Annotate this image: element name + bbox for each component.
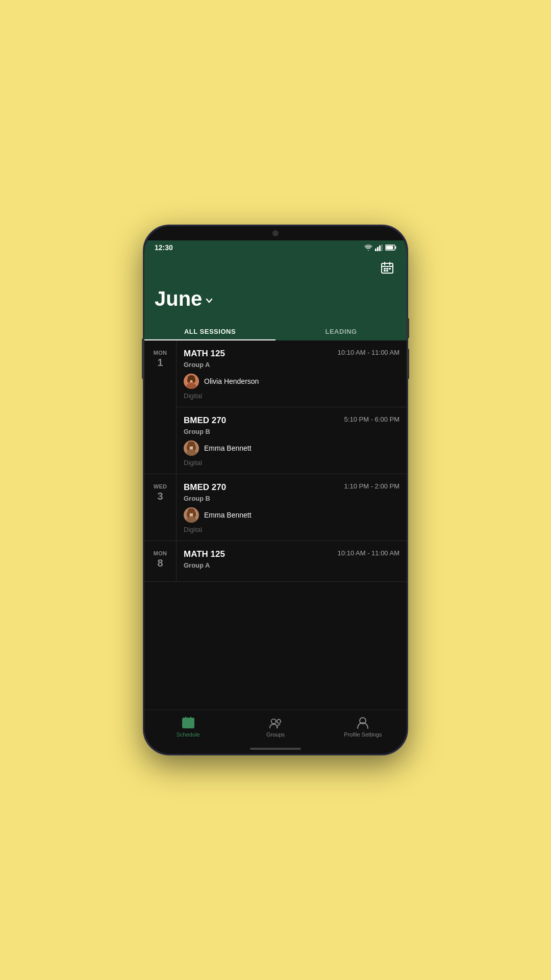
svg-point-26 xyxy=(187,445,190,451)
schedule-nav-icon xyxy=(182,716,195,729)
tab-all-sessions[interactable]: ALL SESSIONS xyxy=(144,321,276,340)
day-group-mon-1: MON 1 MATH 125 10:10 AM - 11:00 AM Group… xyxy=(144,340,407,474)
day-num: 1 xyxy=(157,357,163,369)
session-group: Group B xyxy=(184,428,399,435)
session-tutor: Olivia Henderson xyxy=(184,374,399,389)
groups-nav-label: Groups xyxy=(266,731,285,738)
phone-screen: 12:30 xyxy=(144,226,407,754)
status-icons xyxy=(364,244,396,251)
svg-point-28 xyxy=(188,442,194,445)
session-math125-2[interactable]: MATH 125 10:10 AM - 11:00 AM Group A xyxy=(177,541,407,581)
svg-rect-15 xyxy=(386,270,388,272)
groups-icon xyxy=(269,717,282,728)
svg-point-27 xyxy=(193,445,196,451)
header-top xyxy=(155,259,396,277)
home-indicator xyxy=(250,748,301,750)
svg-rect-41 xyxy=(187,722,189,724)
session-group: Group A xyxy=(184,361,399,369)
svg-point-35 xyxy=(188,508,194,511)
calendar-button[interactable] xyxy=(378,259,396,277)
svg-rect-40 xyxy=(184,722,186,724)
svg-point-21 xyxy=(192,378,195,383)
day-label-mon-8: MON 8 xyxy=(144,541,176,581)
day-sessions-mon-8: MATH 125 10:10 AM - 11:00 AM Group A xyxy=(176,541,407,581)
avatar-emma2-icon xyxy=(184,507,199,523)
calendar-icon xyxy=(381,261,394,275)
session-header: MATH 125 10:10 AM - 11:00 AM xyxy=(184,549,399,559)
svg-rect-11 xyxy=(384,268,386,270)
groups-nav-icon xyxy=(269,716,282,729)
day-num: 8 xyxy=(157,557,163,569)
nav-profile[interactable]: Profile Settings xyxy=(319,714,407,740)
session-type: Digital xyxy=(184,392,399,400)
avatar-image xyxy=(184,507,199,523)
svg-point-45 xyxy=(271,719,276,724)
session-group: Group B xyxy=(184,495,399,502)
course-name: BMED 270 xyxy=(184,415,226,426)
svg-point-34 xyxy=(193,511,196,518)
avatar-image xyxy=(184,374,199,389)
session-tutor: Emma Bennett xyxy=(184,507,399,523)
tutor-avatar-emma xyxy=(184,440,199,456)
session-type: Digital xyxy=(184,526,399,533)
day-name: MON xyxy=(154,350,167,356)
svg-rect-12 xyxy=(386,268,388,270)
tutor-avatar-emma2 xyxy=(184,507,199,523)
day-label-mon-1: MON 1 xyxy=(144,340,176,474)
profile-icon xyxy=(357,717,368,729)
bottom-navigation: Schedule Groups xyxy=(144,709,407,748)
tutor-avatar-olivia xyxy=(184,374,199,389)
svg-rect-5 xyxy=(395,247,396,249)
status-time: 12:30 xyxy=(155,243,173,252)
signal-icon xyxy=(375,244,383,251)
profile-nav-icon xyxy=(356,716,369,729)
svg-rect-43 xyxy=(184,725,186,726)
session-type: Digital xyxy=(184,459,399,467)
tab-leading[interactable]: LEADING xyxy=(276,321,407,340)
session-header: BMED 270 5:10 PM - 6:00 PM xyxy=(184,415,399,426)
course-name: MATH 125 xyxy=(184,549,225,559)
wifi-icon xyxy=(364,244,372,251)
avatar-olivia-icon xyxy=(184,374,199,389)
session-math125-1[interactable]: MATH 125 10:10 AM - 11:00 AM Group A xyxy=(177,340,407,407)
tutor-name: Olivia Henderson xyxy=(204,377,259,385)
front-camera xyxy=(272,230,279,236)
phone-frame: 12:30 xyxy=(143,225,408,755)
month-title[interactable]: June xyxy=(155,287,396,310)
session-header: BMED 270 1:10 PM - 2:00 PM xyxy=(184,482,399,493)
session-group: Group A xyxy=(184,561,399,569)
svg-rect-3 xyxy=(381,244,383,251)
svg-rect-14 xyxy=(384,270,386,272)
session-bmed270-1[interactable]: BMED 270 5:10 PM - 6:00 PM Group B xyxy=(177,407,407,474)
session-header: MATH 125 10:10 AM - 11:00 AM xyxy=(184,349,399,359)
session-time: 5:10 PM - 6:00 PM xyxy=(344,415,399,423)
tutor-name: Emma Bennett xyxy=(204,444,252,452)
svg-rect-13 xyxy=(389,268,391,270)
svg-point-20 xyxy=(187,378,190,383)
day-label-wed-3: WED 3 xyxy=(144,474,176,541)
dropdown-arrow-icon xyxy=(205,297,213,305)
battery-icon xyxy=(385,244,396,251)
svg-point-33 xyxy=(187,511,190,518)
day-name: WED xyxy=(154,483,167,489)
svg-rect-6 xyxy=(386,246,393,250)
day-sessions-mon-1: MATH 125 10:10 AM - 11:00 AM Group A xyxy=(176,340,407,474)
nav-groups[interactable]: Groups xyxy=(232,714,319,740)
sessions-list: MON 1 MATH 125 10:10 AM - 11:00 AM Group… xyxy=(144,340,407,709)
session-time: 10:10 AM - 11:00 AM xyxy=(338,549,399,557)
course-name: MATH 125 xyxy=(184,349,225,359)
power-button xyxy=(407,318,409,338)
schedule-nav-label: Schedule xyxy=(177,731,200,738)
nav-schedule[interactable]: Schedule xyxy=(144,714,232,740)
schedule-icon xyxy=(182,717,194,729)
session-time: 1:10 PM - 2:00 PM xyxy=(344,482,399,490)
avatar-emma-icon xyxy=(184,440,199,456)
svg-point-46 xyxy=(277,720,281,723)
session-bmed270-2[interactable]: BMED 270 1:10 PM - 2:00 PM Group B xyxy=(177,474,407,541)
day-name: MON xyxy=(154,550,167,556)
day-sessions-wed-3: BMED 270 1:10 PM - 2:00 PM Group B xyxy=(176,474,407,541)
volume-down-button xyxy=(407,349,409,379)
app-header: June xyxy=(144,254,407,321)
day-group-wed-3: WED 3 BMED 270 1:10 PM - 2:00 PM Group B xyxy=(144,474,407,541)
course-name: BMED 270 xyxy=(184,482,226,493)
